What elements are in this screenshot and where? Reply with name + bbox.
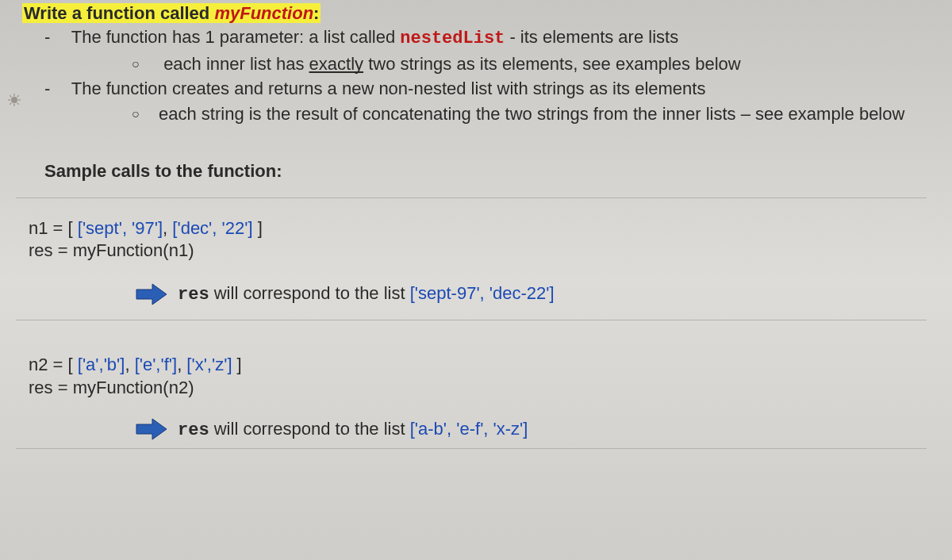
svg-line-5 bbox=[10, 95, 11, 97]
bullet-list: The function has 1 parameter: a list cal… bbox=[6, 25, 936, 126]
ex2-result-text: res will correspond to the list ['a-b', … bbox=[178, 419, 528, 440]
ex1-result-row: res will correspond to the list ['sept-9… bbox=[135, 282, 919, 307]
ex1-line1: n1 = [ ['sept', '97'], ['dec', '22'] ] bbox=[29, 217, 919, 240]
problem-title: Write a function called myFunction: bbox=[22, 3, 936, 24]
ex2-result-row: res will correspond to the list ['a-b', … bbox=[135, 416, 919, 442]
arrow-icon bbox=[135, 282, 168, 307]
ex1-line2: res = myFunction(n1) bbox=[29, 240, 919, 263]
bullet-1: The function has 1 parameter: a list cal… bbox=[44, 25, 936, 75]
bullet-2a: each string is the result of concatenati… bbox=[132, 102, 936, 126]
svg-marker-10 bbox=[136, 419, 167, 439]
title-prefix: Write a function called bbox=[24, 3, 214, 23]
bullet-1a: each inner list has exactly two strings … bbox=[132, 52, 936, 76]
bullet-2: The function creates and returns a new n… bbox=[44, 77, 936, 125]
svg-point-0 bbox=[11, 97, 17, 103]
svg-line-8 bbox=[17, 95, 19, 97]
param-code: nestedList bbox=[400, 29, 505, 48]
svg-line-7 bbox=[10, 103, 11, 105]
gear-icon bbox=[8, 94, 21, 106]
svg-marker-9 bbox=[136, 284, 167, 305]
ex2-line2: res = myFunction(n2) bbox=[29, 377, 919, 400]
arrow-icon bbox=[135, 416, 168, 442]
title-function-name: myFunction bbox=[214, 3, 313, 23]
svg-line-6 bbox=[17, 103, 19, 105]
ex1-result-text: res will correspond to the list ['sept-9… bbox=[178, 283, 555, 305]
example-1: n1 = [ ['sept', '97'], ['dec', '22'] ] r… bbox=[16, 198, 927, 320]
ex2-line1: n2 = [ ['a','b'], ['e','f'], ['x','z'] ] bbox=[29, 354, 919, 377]
example-2: n2 = [ ['a','b'], ['e','f'], ['x','z'] ]… bbox=[16, 335, 927, 449]
title-suffix: : bbox=[313, 3, 319, 23]
sample-heading: Sample calls to the function: bbox=[44, 161, 936, 182]
